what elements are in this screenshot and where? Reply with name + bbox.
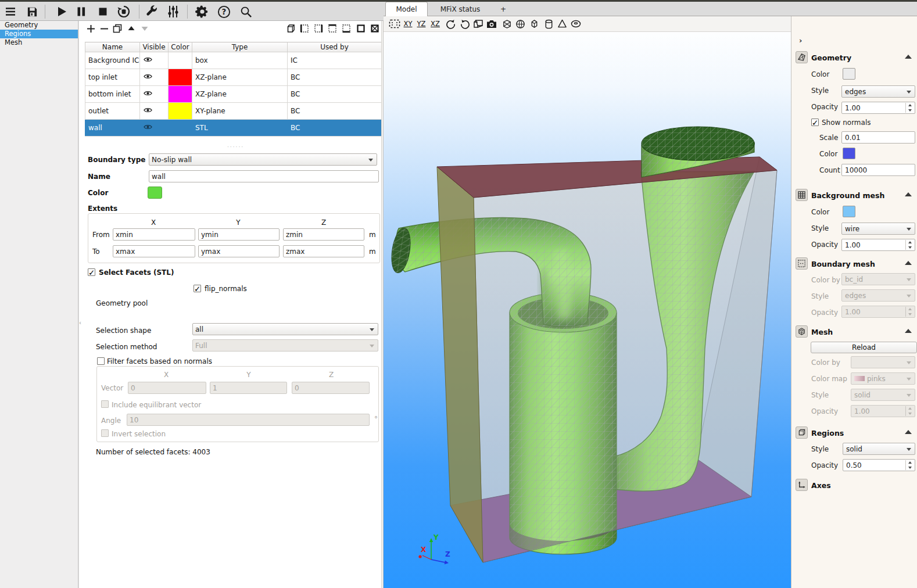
regions-collapse-icon[interactable]: [905, 430, 912, 434]
sphere-icon[interactable]: [514, 18, 526, 30]
selection-method-combo[interactable]: Full: [192, 339, 378, 352]
eye-icon[interactable]: [144, 56, 152, 64]
spin-up-icon[interactable]: [908, 104, 912, 106]
new-yz-plane-region-icon[interactable]: [299, 23, 309, 33]
show-normals-checkbox[interactable]: ✓: [811, 119, 819, 126]
normals-scale-input[interactable]: 0.01: [841, 131, 915, 144]
normals-count-input[interactable]: 10000: [841, 164, 915, 176]
eye-icon[interactable]: [144, 107, 152, 115]
regions-section-icon[interactable]: [796, 426, 808, 439]
region-color-cell[interactable]: [169, 52, 192, 69]
spin-buttons[interactable]: [905, 307, 914, 317]
geometry-style-combo[interactable]: edges: [841, 85, 915, 98]
move-up-button[interactable]: [126, 23, 137, 34]
mesh-color-by-combo[interactable]: [851, 356, 915, 368]
eye-icon[interactable]: [144, 124, 152, 132]
region-usedby-cell[interactable]: BC: [288, 120, 382, 137]
region-type-cell[interactable]: XZ-plane: [192, 69, 288, 86]
spin-buttons[interactable]: [905, 406, 914, 416]
regions-style-combo[interactable]: solid: [843, 443, 915, 455]
pane-collapse-arrow[interactable]: ‹: [79, 318, 85, 328]
search-icon[interactable]: [238, 4, 253, 19]
from-z-input[interactable]: zmin: [283, 228, 364, 241]
region-name-cell[interactable]: Background IC: [85, 52, 140, 69]
flip-normals-checkbox[interactable]: ✓: [194, 285, 201, 292]
col-header-color[interactable]: Color: [169, 42, 192, 52]
mesh-color-map-combo[interactable]: pinks: [851, 372, 915, 385]
vector-z-input[interactable]: 0: [292, 382, 370, 394]
tab-model[interactable]: Model: [385, 2, 428, 16]
boundary-mesh-section-icon[interactable]: [796, 257, 808, 270]
tab-mfix-status[interactable]: MFiX status: [428, 2, 493, 16]
region-color-cell[interactable]: [169, 69, 192, 86]
selection-shape-combo[interactable]: all: [192, 323, 378, 335]
region-visible-cell[interactable]: [140, 52, 169, 69]
perspective-icon[interactable]: [472, 18, 485, 30]
region-usedby-cell[interactable]: BC: [288, 103, 382, 120]
table-row[interactable]: bottom inlet XZ-plane BC: [85, 86, 382, 103]
cone-icon[interactable]: [556, 18, 568, 30]
eye-icon[interactable]: [144, 90, 152, 98]
region-visible-cell[interactable]: [140, 69, 169, 86]
include-equilibrant-checkbox[interactable]: [101, 400, 109, 408]
col-header-used-by[interactable]: Used by: [288, 42, 382, 52]
eye-icon[interactable]: [144, 73, 152, 81]
reset-view-icon[interactable]: [388, 18, 401, 30]
col-header-name[interactable]: Name: [85, 42, 140, 52]
yz-view-icon[interactable]: YZ: [415, 18, 428, 30]
geometry-section-title[interactable]: Geometry: [811, 53, 851, 62]
rotate-right-icon[interactable]: [458, 18, 471, 30]
boundary-mesh-section-title[interactable]: Boundary mesh: [811, 260, 875, 268]
background-mesh-section-icon[interactable]: [796, 189, 808, 201]
help-icon[interactable]: ?: [216, 4, 231, 19]
region-name-cell[interactable]: bottom inlet: [85, 86, 140, 103]
mesh-collapse-icon[interactable]: [905, 329, 912, 333]
from-y-input[interactable]: ymin: [198, 228, 280, 241]
axes-section-icon[interactable]: [796, 479, 808, 491]
spin-down-icon[interactable]: [908, 467, 912, 469]
spin-up-icon[interactable]: [908, 241, 912, 243]
region-name-cell[interactable]: wall: [85, 120, 140, 137]
vector-x-input[interactable]: 0: [128, 382, 206, 394]
background-mesh-section-title[interactable]: Background mesh: [811, 191, 884, 200]
region-name-cell[interactable]: top inlet: [85, 69, 140, 86]
duplicate-region-button[interactable]: [112, 23, 123, 34]
boundary-mesh-opacity-spinbox[interactable]: 1.00: [841, 306, 915, 318]
table-row[interactable]: top inlet XZ-plane BC: [85, 69, 382, 86]
spin-buttons[interactable]: [905, 460, 914, 470]
geometry-color-swatch[interactable]: [843, 68, 855, 80]
boundary-mesh-color-by-combo[interactable]: bc_id: [841, 273, 915, 285]
spin-down-icon[interactable]: [908, 246, 912, 249]
region-type-cell[interactable]: STL: [192, 120, 288, 137]
table-row[interactable]: outlet XY-plane BC: [85, 103, 382, 120]
region-visible-cell[interactable]: [140, 86, 169, 103]
region-usedby-cell[interactable]: IC: [288, 52, 382, 69]
region-type-cell[interactable]: box: [192, 52, 288, 69]
geometry-opacity-spinbox[interactable]: 1.00: [841, 102, 915, 114]
col-header-type[interactable]: Type: [192, 42, 288, 52]
geometry-collapse-icon[interactable]: [905, 55, 912, 59]
spin-down-icon[interactable]: [908, 109, 912, 112]
filter-facets-checkbox[interactable]: [97, 357, 105, 365]
box-icon[interactable]: [528, 18, 540, 30]
boundary-mesh-collapse-icon[interactable]: [905, 261, 912, 265]
mesh-section-icon[interactable]: [796, 325, 808, 338]
menu-icon[interactable]: [3, 4, 18, 19]
background-mesh-opacity-spinbox[interactable]: 1.00: [841, 239, 915, 251]
new-point-region-icon[interactable]: [356, 23, 366, 33]
stop-icon[interactable]: [95, 4, 110, 19]
move-down-button[interactable]: [139, 23, 151, 34]
boundary-mesh-style-combo[interactable]: edges: [841, 289, 915, 302]
new-xy-plane-top-region-icon[interactable]: [327, 23, 337, 33]
background-mesh-color-swatch[interactable]: [843, 206, 855, 217]
save-icon[interactable]: [24, 4, 40, 19]
screenshot-camera-icon[interactable]: [485, 18, 498, 30]
regions-opacity-spinbox[interactable]: 0.50: [843, 459, 915, 471]
parameters-sliders-icon[interactable]: [166, 4, 181, 19]
run-icon[interactable]: [54, 4, 69, 19]
region-name-input[interactable]: wall: [149, 170, 379, 182]
region-color-swatch[interactable]: [148, 187, 162, 199]
xz-view-icon[interactable]: XZ: [429, 18, 442, 30]
nav-item-geometry[interactable]: Geometry: [0, 21, 78, 30]
splitter-handle[interactable]: ······: [227, 144, 244, 150]
